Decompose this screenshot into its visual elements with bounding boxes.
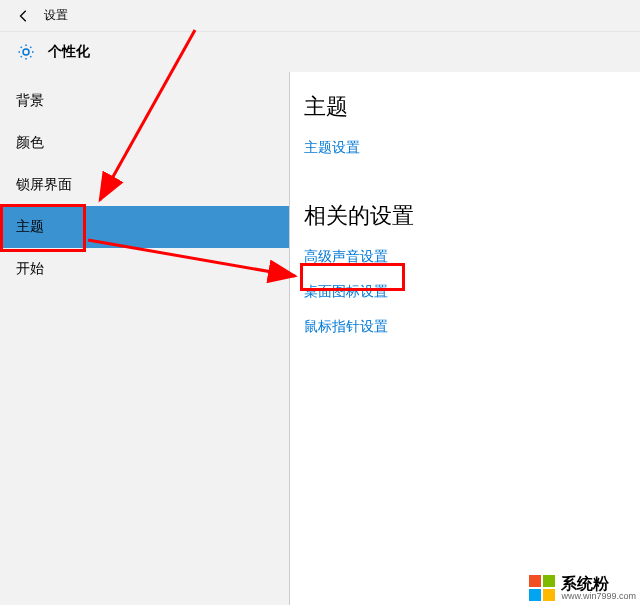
sidebar-item-lockscreen[interactable]: 锁屏界面 [0, 164, 289, 206]
sidebar-item-label: 锁屏界面 [16, 176, 72, 194]
gear-icon [16, 42, 36, 62]
header-row: 个性化 [0, 32, 640, 72]
link-mouse-pointer[interactable]: 鼠标指针设置 [304, 318, 388, 336]
back-button[interactable] [8, 0, 40, 32]
page-title: 个性化 [48, 43, 90, 61]
section-heading-related: 相关的设置 [304, 201, 626, 231]
sidebar-item-start[interactable]: 开始 [0, 248, 289, 290]
watermark-logo-icon [529, 575, 555, 601]
watermark-brand: 系统粉 [561, 576, 636, 592]
sidebar-item-background[interactable]: 背景 [0, 80, 289, 122]
sidebar: 背景 颜色 锁屏界面 主题 开始 [0, 72, 290, 605]
sidebar-item-label: 颜色 [16, 134, 44, 152]
link-theme-settings[interactable]: 主题设置 [304, 139, 360, 157]
watermark: 系统粉 www.win7999.com [529, 575, 636, 601]
main-panel: 主题 主题设置 相关的设置 高级声音设置 桌面图标设置 鼠标指针设置 [290, 72, 640, 605]
titlebar: 设置 [0, 0, 640, 32]
sidebar-item-label: 开始 [16, 260, 44, 278]
watermark-url: www.win7999.com [561, 592, 636, 601]
link-advanced-sound[interactable]: 高级声音设置 [304, 248, 388, 266]
sidebar-item-color[interactable]: 颜色 [0, 122, 289, 164]
section-heading-theme: 主题 [304, 92, 626, 122]
window-title: 设置 [44, 7, 68, 24]
content-area: 背景 颜色 锁屏界面 主题 开始 主题 主题设置 相关的设置 高级声音设置 桌面… [0, 72, 640, 605]
sidebar-item-theme[interactable]: 主题 [0, 206, 289, 248]
arrow-left-icon [17, 9, 31, 23]
link-desktop-icons[interactable]: 桌面图标设置 [304, 283, 388, 301]
sidebar-item-label: 背景 [16, 92, 44, 110]
sidebar-item-label: 主题 [16, 218, 44, 236]
watermark-text: 系统粉 www.win7999.com [561, 576, 636, 601]
